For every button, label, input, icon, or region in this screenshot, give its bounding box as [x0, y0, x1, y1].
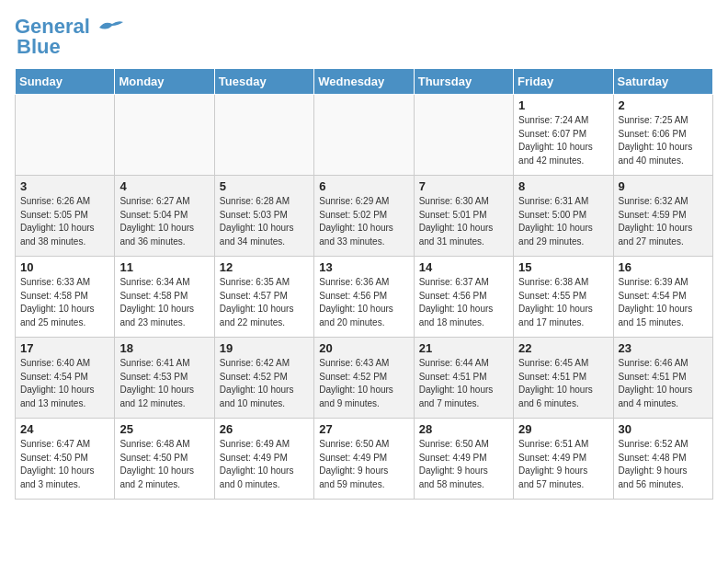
calendar-cell: 19Sunrise: 6:42 AM Sunset: 4:52 PM Dayli…: [214, 338, 313, 419]
weekday-header-thursday: Thursday: [414, 69, 513, 95]
day-info: Sunrise: 6:38 AM Sunset: 4:55 PM Dayligh…: [518, 276, 608, 329]
calendar-cell: 4Sunrise: 6:27 AM Sunset: 5:04 PM Daylig…: [115, 176, 214, 257]
day-info: Sunrise: 6:51 AM Sunset: 4:49 PM Dayligh…: [518, 438, 608, 491]
day-number: 21: [419, 341, 508, 355]
day-info: Sunrise: 6:41 AM Sunset: 4:53 PM Dayligh…: [119, 357, 209, 410]
day-info: Sunrise: 6:49 AM Sunset: 4:49 PM Dayligh…: [220, 438, 309, 491]
weekday-header-tuesday: Tuesday: [214, 69, 313, 95]
calendar-week-3: 10Sunrise: 6:33 AM Sunset: 4:58 PM Dayli…: [16, 257, 713, 338]
weekday-header-saturday: Saturday: [613, 69, 712, 95]
calendar-cell: 2Sunrise: 7:25 AM Sunset: 6:06 PM Daylig…: [613, 95, 712, 176]
calendar-cell: 18Sunrise: 6:41 AM Sunset: 4:53 PM Dayli…: [115, 338, 214, 419]
day-info: Sunrise: 6:35 AM Sunset: 4:57 PM Dayligh…: [220, 276, 309, 329]
day-info: Sunrise: 6:46 AM Sunset: 4:51 PM Dayligh…: [619, 357, 708, 410]
calendar-cell: 7Sunrise: 6:30 AM Sunset: 5:01 PM Daylig…: [414, 176, 513, 257]
day-number: 3: [20, 179, 109, 193]
day-info: Sunrise: 6:26 AM Sunset: 5:05 PM Dayligh…: [20, 195, 109, 248]
calendar-cell: 21Sunrise: 6:44 AM Sunset: 4:51 PM Dayli…: [414, 338, 513, 419]
calendar-cell: 3Sunrise: 6:26 AM Sunset: 5:05 PM Daylig…: [16, 176, 115, 257]
day-number: 28: [419, 422, 508, 436]
day-number: 5: [220, 179, 309, 193]
calendar-cell: 15Sunrise: 6:38 AM Sunset: 4:55 PM Dayli…: [514, 257, 613, 338]
calendar-cell: 9Sunrise: 6:32 AM Sunset: 4:59 PM Daylig…: [613, 176, 712, 257]
weekday-header-friday: Friday: [514, 69, 613, 95]
calendar-cell: 27Sunrise: 6:50 AM Sunset: 4:49 PM Dayli…: [314, 419, 414, 500]
day-info: Sunrise: 6:27 AM Sunset: 5:04 PM Dayligh…: [119, 195, 209, 248]
day-info: Sunrise: 6:29 AM Sunset: 5:02 PM Dayligh…: [319, 195, 408, 248]
day-info: Sunrise: 6:40 AM Sunset: 4:54 PM Dayligh…: [20, 357, 109, 410]
day-number: 9: [619, 179, 708, 193]
calendar-cell: 22Sunrise: 6:45 AM Sunset: 4:51 PM Dayli…: [514, 338, 613, 419]
day-number: 16: [619, 260, 708, 274]
day-info: Sunrise: 6:44 AM Sunset: 4:51 PM Dayligh…: [419, 357, 508, 410]
day-number: 2: [619, 98, 708, 112]
day-info: Sunrise: 6:32 AM Sunset: 4:59 PM Dayligh…: [619, 195, 708, 248]
day-info: Sunrise: 6:45 AM Sunset: 4:51 PM Dayligh…: [518, 357, 608, 410]
calendar-cell: 10Sunrise: 6:33 AM Sunset: 4:58 PM Dayli…: [16, 257, 115, 338]
day-number: 8: [518, 179, 608, 193]
logo-bird-icon: [97, 18, 125, 37]
day-info: Sunrise: 6:30 AM Sunset: 5:01 PM Dayligh…: [419, 195, 508, 248]
calendar-cell: 13Sunrise: 6:36 AM Sunset: 4:56 PM Dayli…: [314, 257, 414, 338]
logo-blue: Blue: [17, 35, 61, 59]
calendar-cell: 24Sunrise: 6:47 AM Sunset: 4:50 PM Dayli…: [16, 419, 115, 500]
calendar-cell: [16, 95, 115, 176]
calendar-cell: 23Sunrise: 6:46 AM Sunset: 4:51 PM Dayli…: [613, 338, 712, 419]
day-number: 14: [419, 260, 508, 274]
day-info: Sunrise: 6:28 AM Sunset: 5:03 PM Dayligh…: [220, 195, 309, 248]
day-number: 17: [20, 341, 109, 355]
calendar-table: SundayMondayTuesdayWednesdayThursdayFrid…: [15, 68, 713, 500]
day-number: 13: [319, 260, 408, 274]
day-info: Sunrise: 6:50 AM Sunset: 4:49 PM Dayligh…: [419, 438, 508, 491]
day-number: 27: [319, 422, 408, 436]
day-number: 1: [518, 98, 608, 112]
day-number: 22: [518, 341, 608, 355]
day-number: 30: [619, 422, 708, 436]
calendar-cell: 12Sunrise: 6:35 AM Sunset: 4:57 PM Dayli…: [214, 257, 313, 338]
calendar-cell: [314, 95, 414, 176]
calendar-cell: 17Sunrise: 6:40 AM Sunset: 4:54 PM Dayli…: [16, 338, 115, 419]
calendar-cell: [115, 95, 214, 176]
page-header: General Blue: [15, 15, 713, 59]
day-number: 11: [119, 260, 209, 274]
day-info: Sunrise: 6:43 AM Sunset: 4:52 PM Dayligh…: [319, 357, 408, 410]
day-info: Sunrise: 6:50 AM Sunset: 4:49 PM Dayligh…: [319, 438, 408, 491]
day-number: 19: [220, 341, 309, 355]
calendar-header-row: SundayMondayTuesdayWednesdayThursdayFrid…: [16, 69, 713, 95]
day-number: 15: [518, 260, 608, 274]
day-number: 26: [220, 422, 309, 436]
calendar-cell: 1Sunrise: 7:24 AM Sunset: 6:07 PM Daylig…: [514, 95, 613, 176]
day-number: 6: [319, 179, 408, 193]
calendar-cell: 11Sunrise: 6:34 AM Sunset: 4:58 PM Dayli…: [115, 257, 214, 338]
calendar-cell: [214, 95, 313, 176]
day-number: 24: [20, 422, 109, 436]
calendar-cell: 26Sunrise: 6:49 AM Sunset: 4:49 PM Dayli…: [214, 419, 313, 500]
weekday-header-monday: Monday: [115, 69, 214, 95]
calendar-cell: 6Sunrise: 6:29 AM Sunset: 5:02 PM Daylig…: [314, 176, 414, 257]
calendar-cell: 30Sunrise: 6:52 AM Sunset: 4:48 PM Dayli…: [613, 419, 712, 500]
calendar-cell: 29Sunrise: 6:51 AM Sunset: 4:49 PM Dayli…: [514, 419, 613, 500]
calendar-cell: 5Sunrise: 6:28 AM Sunset: 5:03 PM Daylig…: [214, 176, 313, 257]
weekday-header-sunday: Sunday: [16, 69, 115, 95]
day-number: 29: [518, 422, 608, 436]
weekday-header-wednesday: Wednesday: [314, 69, 414, 95]
calendar-cell: [414, 95, 513, 176]
day-info: Sunrise: 6:48 AM Sunset: 4:50 PM Dayligh…: [119, 438, 209, 491]
calendar-cell: 14Sunrise: 6:37 AM Sunset: 4:56 PM Dayli…: [414, 257, 513, 338]
logo: General Blue: [15, 15, 125, 59]
day-number: 10: [20, 260, 109, 274]
day-info: Sunrise: 6:47 AM Sunset: 4:50 PM Dayligh…: [20, 438, 109, 491]
day-number: 4: [119, 179, 209, 193]
calendar-week-4: 17Sunrise: 6:40 AM Sunset: 4:54 PM Dayli…: [16, 338, 713, 419]
calendar-week-5: 24Sunrise: 6:47 AM Sunset: 4:50 PM Dayli…: [16, 419, 713, 500]
day-info: Sunrise: 6:37 AM Sunset: 4:56 PM Dayligh…: [419, 276, 508, 329]
day-info: Sunrise: 6:39 AM Sunset: 4:54 PM Dayligh…: [619, 276, 708, 329]
day-info: Sunrise: 7:24 AM Sunset: 6:07 PM Dayligh…: [518, 114, 608, 167]
day-info: Sunrise: 6:33 AM Sunset: 4:58 PM Dayligh…: [20, 276, 109, 329]
calendar-cell: 16Sunrise: 6:39 AM Sunset: 4:54 PM Dayli…: [613, 257, 712, 338]
day-number: 25: [119, 422, 209, 436]
day-info: Sunrise: 6:52 AM Sunset: 4:48 PM Dayligh…: [619, 438, 708, 491]
day-info: Sunrise: 6:36 AM Sunset: 4:56 PM Dayligh…: [319, 276, 408, 329]
calendar-cell: 8Sunrise: 6:31 AM Sunset: 5:00 PM Daylig…: [514, 176, 613, 257]
calendar-cell: 20Sunrise: 6:43 AM Sunset: 4:52 PM Dayli…: [314, 338, 414, 419]
